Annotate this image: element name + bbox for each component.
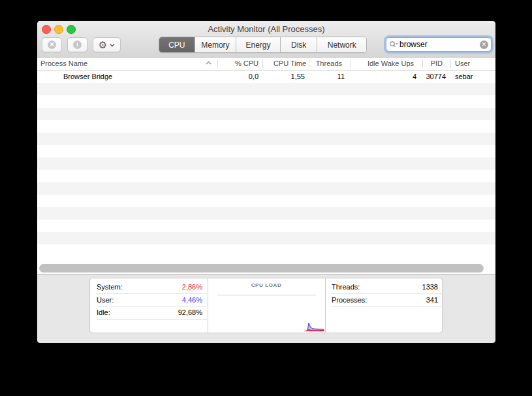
- footer-panel: System: 2,86% User: 4,46% Idle: 92,68% C…: [37, 275, 495, 343]
- stat-value: 4,46%: [182, 296, 202, 304]
- tab-energy[interactable]: Energy: [236, 37, 281, 52]
- cpu-usage-section: System: 2,86% User: 4,46% Idle: 92,68%: [90, 278, 208, 333]
- settings-button[interactable]: ⚙: [93, 37, 121, 52]
- column-divider: [217, 59, 218, 68]
- horizontal-scrollbar-track[interactable]: [37, 260, 495, 275]
- cell-cpu-time: 1,55: [262, 71, 309, 83]
- stat-label: System:: [97, 283, 123, 291]
- toolbar: ✕ i ⚙ CPU Memory Energy Disk Network: [37, 37, 495, 57]
- stat-row-user: User: 4,46%: [97, 294, 207, 307]
- column-header-pid[interactable]: PID: [422, 58, 450, 70]
- cell-process-name: Browser Bridge: [63, 71, 213, 83]
- title-bar: Activity Monitor (All Processes): [37, 21, 495, 37]
- stat-label: User:: [97, 296, 114, 304]
- column-header-threads[interactable]: Threads: [309, 58, 351, 70]
- tab-cpu[interactable]: CPU: [159, 37, 195, 52]
- info-icon: i: [73, 41, 82, 49]
- chevron-down-icon: [110, 43, 115, 47]
- column-divider: [262, 59, 263, 68]
- cpu-load-section: CPU LOAD: [208, 278, 325, 333]
- gear-icon: ⚙: [99, 40, 107, 50]
- window-chrome: Activity Monitor (All Processes) ✕ i ⚙ C…: [37, 21, 495, 58]
- stat-row-processes: Processes: 341: [332, 294, 443, 307]
- cell-cpu: 0,0: [217, 71, 262, 83]
- tab-disk[interactable]: Disk: [281, 37, 318, 52]
- column-divider: [450, 59, 451, 68]
- stat-row-idle: Idle: 92,68%: [97, 306, 207, 320]
- stat-value: 341: [426, 296, 438, 304]
- tab-network-label: Network: [328, 41, 356, 50]
- column-header-cpu[interactable]: % CPU: [217, 58, 262, 70]
- column-divider: [309, 59, 309, 68]
- cpu-load-gridline: [217, 295, 316, 295]
- quit-process-button[interactable]: ✕: [42, 37, 62, 52]
- column-header-cpu-time[interactable]: CPU Time: [262, 58, 309, 70]
- clear-search-icon[interactable]: ✕: [480, 41, 488, 49]
- stat-value: 1338: [422, 283, 438, 291]
- inspect-process-button[interactable]: i: [67, 37, 87, 52]
- column-header-user[interactable]: User: [450, 58, 495, 70]
- column-divider: [422, 59, 423, 68]
- table-zebra-stripes: [37, 71, 495, 248]
- table-row[interactable]: Browser Bridge 0,0 1,55 11 4 30774 sebar: [37, 71, 495, 83]
- counts-section: Threads: 1338 Processes: 341: [325, 278, 443, 333]
- column-divider: [351, 59, 351, 68]
- cpu-load-title: CPU LOAD: [208, 282, 325, 288]
- stat-label: Processes:: [332, 296, 367, 304]
- cpu-stats-box: System: 2,86% User: 4,46% Idle: 92,68% C…: [89, 278, 443, 333]
- sort-ascending-icon: [206, 61, 211, 65]
- table-header: Process Name % CPU CPU Time Threads Idle…: [37, 58, 495, 71]
- stat-label: Idle:: [97, 308, 110, 316]
- cpu-load-graph: [302, 322, 324, 331]
- tab-memory-label: Memory: [201, 41, 229, 50]
- column-header-process-name[interactable]: Process Name: [40, 58, 204, 70]
- search-scope-icon[interactable]: [389, 41, 398, 48]
- view-segmented-control: CPU Memory Energy Disk Network: [159, 37, 367, 53]
- search-field[interactable]: ✕: [386, 37, 492, 52]
- horizontal-scrollbar-thumb[interactable]: [39, 264, 484, 272]
- cell-idle-wake-ups: 4: [351, 71, 422, 83]
- window-title: Activity Monitor (All Processes): [37, 21, 495, 37]
- cell-pid: 30774: [422, 71, 450, 83]
- stop-icon: ✕: [48, 41, 56, 49]
- tab-energy-label: Energy: [246, 41, 271, 50]
- tab-cpu-label: CPU: [168, 41, 185, 50]
- tab-network[interactable]: Network: [317, 37, 366, 52]
- tab-memory[interactable]: Memory: [195, 37, 237, 52]
- process-table: Browser Bridge 0,0 1,55 11 4 30774 sebar: [37, 71, 495, 260]
- stat-value: 92,68%: [178, 308, 202, 316]
- tab-disk-label: Disk: [291, 41, 306, 50]
- search-input[interactable]: [399, 40, 480, 49]
- column-header-idle-wake-ups[interactable]: Idle Wake Ups: [351, 58, 422, 70]
- cell-user: sebar: [450, 71, 495, 83]
- stat-value: 2,86%: [182, 283, 202, 291]
- stat-label: Threads:: [332, 283, 360, 291]
- cell-threads: 11: [309, 71, 351, 83]
- stat-row-threads: Threads: 1338: [332, 281, 443, 294]
- activity-monitor-window: Activity Monitor (All Processes) ✕ i ⚙ C…: [37, 21, 495, 343]
- stat-row-system: System: 2,86%: [97, 281, 207, 294]
